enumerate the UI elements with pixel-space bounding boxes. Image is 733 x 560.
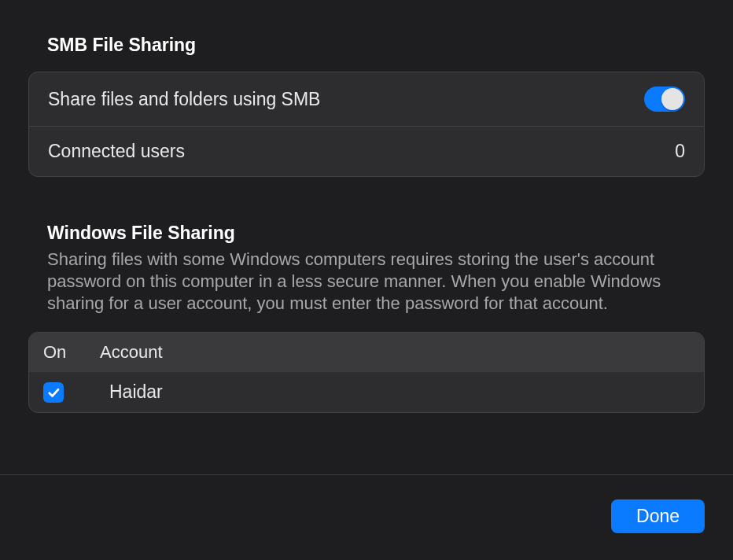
- smb-title: SMB File Sharing: [47, 35, 705, 56]
- smb-share-toggle[interactable]: [644, 87, 685, 112]
- toggle-knob: [661, 88, 683, 110]
- account-checkbox[interactable]: [43, 382, 64, 403]
- footer: Done: [611, 499, 705, 533]
- footer-divider: [0, 474, 733, 475]
- column-header-account: Account: [100, 342, 690, 363]
- smb-share-label: Share files and folders using SMB: [48, 89, 320, 110]
- account-enabled-cell: [43, 382, 100, 403]
- connected-users-label: Connected users: [48, 141, 185, 162]
- smb-section: SMB File Sharing Share files and folders…: [28, 35, 705, 177]
- smb-card: Share files and folders using SMB Connec…: [28, 72, 705, 177]
- account-name: Haidar: [100, 381, 690, 403]
- accounts-table-header: On Account: [29, 333, 704, 372]
- windows-title: Windows File Sharing: [47, 223, 705, 244]
- accounts-table: On Account Haidar: [28, 332, 705, 413]
- table-row: Haidar: [29, 372, 704, 412]
- check-icon: [46, 385, 61, 400]
- windows-section: Windows File Sharing Sharing files with …: [28, 223, 705, 413]
- column-header-on: On: [43, 342, 100, 363]
- windows-description: Sharing files with some Windows computer…: [47, 249, 686, 315]
- done-button[interactable]: Done: [611, 499, 705, 533]
- connected-users-row: Connected users 0: [29, 126, 704, 176]
- connected-users-count: 0: [675, 141, 685, 162]
- smb-share-row: Share files and folders using SMB: [29, 72, 704, 126]
